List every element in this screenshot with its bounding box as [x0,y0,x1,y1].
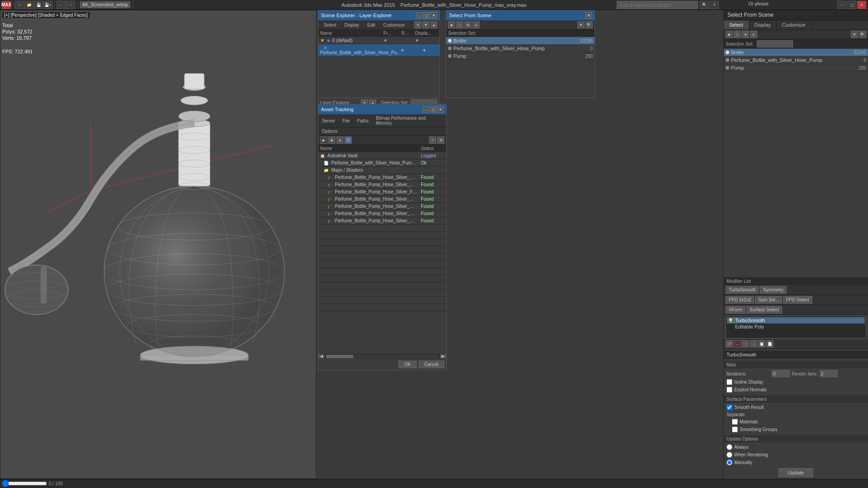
saveas-btn[interactable]: 💾+ [43,1,52,9]
xform-btn[interactable]: XForm [726,306,745,314]
layer-row-default[interactable]: ▼ ■ 0 (default) ☀ ☀ [318,37,439,44]
materials-cb[interactable] [732,419,738,425]
sel-filter-icon[interactable]: ▼ [577,21,585,28]
stack-move-dn-btn[interactable]: ↓ [750,340,757,347]
asset-row-display[interactable]: 🎓 Perfume_Bottle_Pump_Hose_Silver_Displa… [318,181,446,188]
right-scene-item-pump[interactable]: Pump 280 [724,64,868,72]
rt-select-all[interactable]: ■ [726,31,733,38]
min-btn[interactable]: – [837,1,846,9]
scene-explorer-display-tab[interactable]: Display [341,22,363,28]
asset-row-diffuse[interactable]: 🎓 Perfume_Bottle_Pump_Hose_Silver_Diffu.… [318,174,446,181]
asset-tracking-max[interactable]: ◻ [430,106,436,113]
undo-btn[interactable]: ← [57,1,66,9]
render-iters-input[interactable] [820,370,838,377]
open-btn[interactable]: 📁 [24,1,33,9]
stack-editable-poly[interactable]: 💡 Editable Poly [727,324,865,330]
stack-remove-btn[interactable]: – [734,340,741,347]
viewport[interactable]: [+] [Perspective] [Shaded + Edged Faces]… [0,10,316,479]
asset-tracking-min[interactable]: – [423,106,429,113]
rt-select-type[interactable]: A [750,31,757,38]
surface-select-btn[interactable]: Surface Select [746,306,782,314]
asset-cancel-btn[interactable]: Cancel [419,361,444,368]
select-scene-close[interactable]: ✕ [585,12,592,19]
fpd-select-btn[interactable]: FPD Select [783,296,812,304]
asset-ok-btn[interactable]: OK [398,361,416,368]
asset-row-file[interactable]: 📄 Perfume_Bottle_with_Silver_Hose_Pump_m… [318,160,446,167]
sel-all-icon[interactable]: ■ [448,21,455,28]
stack-copy-btn[interactable]: 📋 [758,340,765,347]
isoline-cb[interactable] [726,379,732,385]
scene-explorer-customize-tab[interactable]: Customize [380,22,408,28]
asset-tb-icon4[interactable]: ☰ [344,136,352,144]
save-btn[interactable]: 💾 [34,1,43,9]
sel-type-icon[interactable]: A [472,21,480,28]
asset-scrollbar[interactable]: ◀ ▶ [318,354,446,358]
explicit-normals-cb[interactable] [726,387,732,393]
scene-explorer-edit-tab[interactable]: Edit [364,22,379,28]
asset-row-vault[interactable]: 🏠 Autodesk Vault Logged [318,152,446,160]
asset-tb-icon2[interactable]: ■ [328,136,335,144]
stack-turbosm[interactable]: 💡 TurboSmooth [727,317,865,324]
asset-tb-icon1[interactable]: ▶ [320,136,327,144]
scene-item-perfume[interactable]: Perfume_Bottle_with_Silver_Hose_Pump 0 [446,45,594,52]
stack-paste-btn[interactable]: 📄 [766,340,774,347]
asset-tracking-close[interactable]: ✕ [437,106,443,113]
tab-select[interactable]: Select [724,20,749,29]
rt-select-none[interactable]: □ [734,31,741,38]
spin-sel-btn[interactable]: Spin Sel... [755,296,782,304]
redo-btn[interactable]: → [66,1,75,9]
selection-set-field[interactable] [757,40,793,47]
smoothing-groups-cb[interactable] [732,427,738,432]
asset-row-maps[interactable]: 📁 Maps / Shaders [318,167,446,174]
layer-row-bottle[interactable]: ■ Perfume_Bottle_with_Silver_Hose_Pu... … [318,44,439,56]
rt-filter[interactable]: ▼ [851,31,858,38]
turbosm-btn[interactable]: TurboSmooth [726,286,759,294]
asset-row-refrac[interactable]: 🎓 Perfume_Bottle_Pump_Hose_Silver_Refrac… [318,217,446,225]
asset-menu-paths[interactable]: Paths [355,118,371,124]
search-icon[interactable]: 🔍 [700,1,709,9]
scroll-thumb[interactable] [326,355,353,358]
sel-search-icon[interactable]: 🔍 [585,21,593,28]
asset-tb-icon5[interactable]: ? [429,136,436,144]
smooth-result-cb[interactable] [726,404,732,410]
when-rendering-radio[interactable] [726,452,732,458]
asset-row-reflect[interactable]: 🎓 Perfume_Bottle_Pump_Hose_Silver_Reflec… [318,210,446,217]
app-icon-btn[interactable]: MAX [2,1,11,9]
scene-explorer-close[interactable]: ✕ [430,12,437,19]
asset-tb-icon3[interactable]: ● [336,136,344,144]
scroll-track[interactable] [326,355,439,358]
stack-move-up-btn[interactable]: ↑ [742,340,749,347]
scene-explorer-icon1[interactable]: ✕ [414,21,421,28]
fpd-btn[interactable]: FPD 2x2x2 [726,296,754,304]
scroll-left-btn[interactable]: ◀ [318,354,325,359]
progress-slider[interactable] [2,481,47,486]
manually-radio[interactable] [726,460,732,465]
scene-explorer-select-tab[interactable]: Select [320,22,340,28]
right-scene-item-bottle[interactable]: Bottle 32295 [724,49,868,56]
scene-item-pump[interactable]: Pump 280 [446,52,594,60]
asset-menu-options[interactable]: Options [320,128,339,134]
asset-menu-bitmap[interactable]: Bitmap Performance and Memory [374,115,444,126]
scene-explorer-icon2[interactable]: ▼ [422,21,429,28]
rt-select-invert[interactable]: ⊕ [742,31,749,38]
tab-display[interactable]: Display [749,20,777,29]
asset-menu-file[interactable]: File [340,118,351,124]
asset-row-frense[interactable]: 🎓 Perfume_Bottle_Pump_Hose_Silver_Frense… [318,188,446,196]
keyword-search[interactable] [617,1,698,9]
symmetry-btn[interactable]: Symmetry [760,286,787,294]
asset-row-norm[interactable]: 🎓 Perfume_Bottle_Pump_Hose_Silver_Norm..… [318,203,446,210]
rt-search[interactable]: 🔍 [859,31,866,38]
max-btn[interactable]: ◻ [847,1,856,9]
scene-item-bottle[interactable]: Bottle 32295 [446,37,594,45]
sel-invert-icon[interactable]: ⊕ [464,21,472,28]
asset-tb-icon6[interactable]: ⚙ [437,136,444,144]
tab-customize[interactable]: Customize [777,20,811,29]
help-icon[interactable]: ? [710,1,719,9]
new-btn[interactable]: □ [15,1,24,9]
scene-explorer-icon3[interactable]: ▲ [430,21,438,28]
always-radio[interactable] [726,444,732,450]
right-scene-item-perfume[interactable]: Perfume_Bottle_with_Silver_Hose_Pump 0 [724,56,868,64]
scene-explorer-min[interactable]: – [416,12,422,19]
close-btn[interactable]: ✕ [857,1,866,9]
asset-row-gloss[interactable]: 🎓 Perfume_Bottle_Pump_Hose_Silver_Gloss.… [318,196,446,203]
